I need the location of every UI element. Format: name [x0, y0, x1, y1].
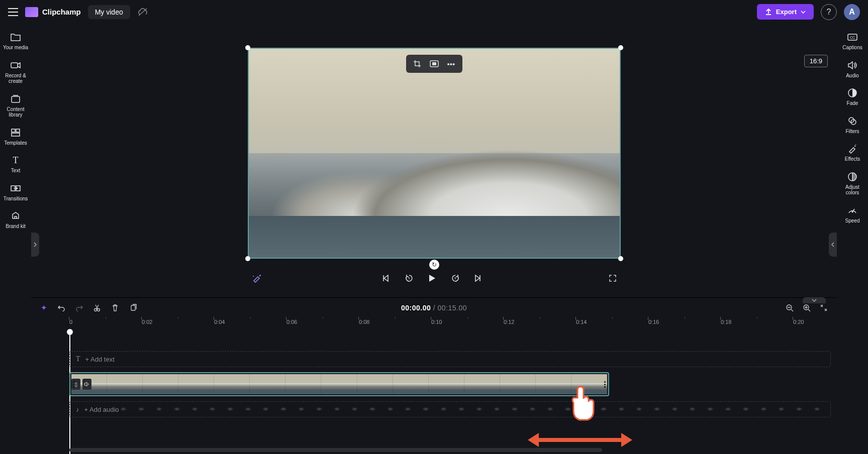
sync-off-icon[interactable]: [137, 8, 148, 17]
export-button[interactable]: Export: [757, 4, 814, 20]
ruler-tick: 0:02: [142, 319, 152, 325]
panel-item-effects[interactable]: Effects: [838, 140, 866, 166]
resize-handle-br[interactable]: [618, 256, 623, 261]
captions-icon: CC: [847, 32, 858, 43]
resize-handle-tl[interactable]: [245, 45, 250, 50]
panel-item-speed[interactable]: Speed: [838, 202, 866, 228]
duplicate-button[interactable]: [130, 304, 139, 312]
ruler-tick: 0: [69, 319, 72, 325]
clip-mute-icon[interactable]: [82, 379, 91, 390]
text-track-placeholder[interactable]: T + Add text: [69, 351, 831, 367]
skip-end-button[interactable]: [474, 274, 487, 282]
sidebar-item-your-media[interactable]: Your media: [2, 29, 30, 55]
document-title[interactable]: My video: [88, 5, 130, 19]
svg-text:5: 5: [408, 277, 410, 280]
ruler-tick: 0:20: [793, 319, 804, 325]
svg-text:5: 5: [454, 277, 456, 280]
text-icon: T: [13, 155, 19, 166]
resize-handle-bl[interactable]: [245, 256, 250, 261]
music-note-icon: ♪: [76, 406, 79, 413]
help-button[interactable]: ?: [821, 4, 837, 20]
svg-point-9: [260, 275, 261, 276]
undo-button[interactable]: [57, 304, 66, 311]
svg-rect-1: [12, 96, 20, 102]
zoom-out-button[interactable]: [786, 304, 795, 312]
fade-icon: [847, 87, 857, 98]
camera-icon: [10, 60, 21, 71]
svg-rect-3: [16, 129, 20, 132]
sidebar-item-record-create[interactable]: Record & create: [2, 57, 30, 88]
templates-icon: [11, 127, 21, 138]
svg-point-13: [94, 309, 97, 311]
panel-item-audio[interactable]: Audio: [838, 57, 866, 83]
delete-button[interactable]: [112, 304, 121, 312]
auto-compose-button[interactable]: ✦: [39, 303, 48, 312]
sidebar-item-templates[interactable]: Templates: [2, 124, 30, 150]
sidebar-item-content-library[interactable]: Content library: [2, 90, 30, 122]
folder-icon: [10, 32, 21, 43]
text-icon: T: [76, 355, 80, 363]
resize-handle-tr[interactable]: [618, 45, 623, 50]
play-button[interactable]: [428, 274, 441, 283]
svg-text:CC: CC: [850, 36, 855, 39]
sidebar-item-brand-kit[interactable]: Brand kit: [2, 207, 30, 234]
preview-canvas[interactable]: ↻: [248, 48, 621, 259]
svg-rect-2: [12, 129, 15, 132]
clip-trim-left[interactable]: [72, 374, 75, 394]
svg-point-14: [98, 309, 100, 311]
timecode-display: 00:00.00 / 00:15.00: [401, 304, 467, 312]
speed-icon: [847, 205, 857, 216]
split-button[interactable]: [93, 304, 103, 312]
forward-button[interactable]: 5: [451, 274, 464, 283]
ruler-tick: 0:14: [576, 319, 587, 325]
ruler-tick: 0:16: [648, 319, 659, 325]
user-avatar[interactable]: A: [844, 4, 860, 20]
fullscreen-button[interactable]: [609, 274, 617, 282]
ruler-tick: 0:04: [214, 319, 225, 325]
speaker-icon: [847, 60, 857, 71]
svg-rect-4: [12, 133, 20, 136]
menu-button[interactable]: [8, 8, 18, 16]
video-frame: [249, 49, 620, 258]
ruler-tick: 0:18: [721, 319, 731, 325]
fit-button[interactable]: [427, 58, 441, 70]
panel-item-captions[interactable]: CC Captions: [838, 29, 866, 55]
export-label: Export: [776, 8, 797, 16]
brand-icon: [11, 210, 21, 221]
svg-rect-8: [432, 62, 436, 65]
ruler-tick: 0:08: [359, 319, 369, 325]
timeline-scrollbar[interactable]: [69, 448, 602, 452]
preview-toolbar: •••: [406, 55, 462, 73]
timeline-ruler[interactable]: 00:020:040:060:080:100:120:140:160:180:2…: [31, 318, 837, 330]
sidebar-item-text[interactable]: T Text: [2, 152, 30, 178]
adjust-icon: [847, 171, 857, 182]
chevron-down-icon: [801, 11, 806, 14]
right-sidebar: CC Captions Audio Fade Filters Effects A…: [837, 24, 868, 454]
clip-thumbnails: [71, 374, 607, 394]
zoom-in-button[interactable]: [803, 304, 812, 312]
zoom-fit-button[interactable]: [820, 304, 829, 312]
svg-point-10: [253, 276, 254, 277]
effects-icon: [847, 143, 857, 154]
panel-item-filters[interactable]: Filters: [838, 112, 866, 139]
video-clip[interactable]: ▯: [69, 372, 609, 396]
audio-waveform-hint: [120, 409, 820, 410]
ruler-tick: 0:10: [431, 319, 442, 325]
panel-item-fade[interactable]: Fade: [838, 84, 866, 110]
crop-button[interactable]: [410, 58, 424, 70]
clip-trim-right[interactable]: [603, 374, 606, 394]
panel-item-adjust-colors[interactable]: Adjust colors: [838, 168, 866, 200]
audio-track-placeholder[interactable]: ♪ + Add audio: [69, 401, 831, 417]
ruler-tick: 0:06: [286, 319, 297, 325]
skip-start-button[interactable]: [381, 274, 395, 282]
svg-point-24: [852, 211, 853, 212]
rewind-button[interactable]: 5: [405, 274, 418, 283]
redo-button[interactable]: [75, 304, 84, 311]
rotate-handle[interactable]: ↻: [429, 260, 439, 270]
filters-icon: [847, 116, 857, 127]
ai-enhance-button[interactable]: [252, 274, 262, 283]
aspect-ratio-button[interactable]: 16:9: [804, 55, 828, 67]
more-options-button[interactable]: •••: [444, 58, 458, 70]
left-sidebar: Your media Record & create Content libra…: [0, 24, 31, 454]
sidebar-item-transitions[interactable]: Transitions: [2, 180, 30, 206]
